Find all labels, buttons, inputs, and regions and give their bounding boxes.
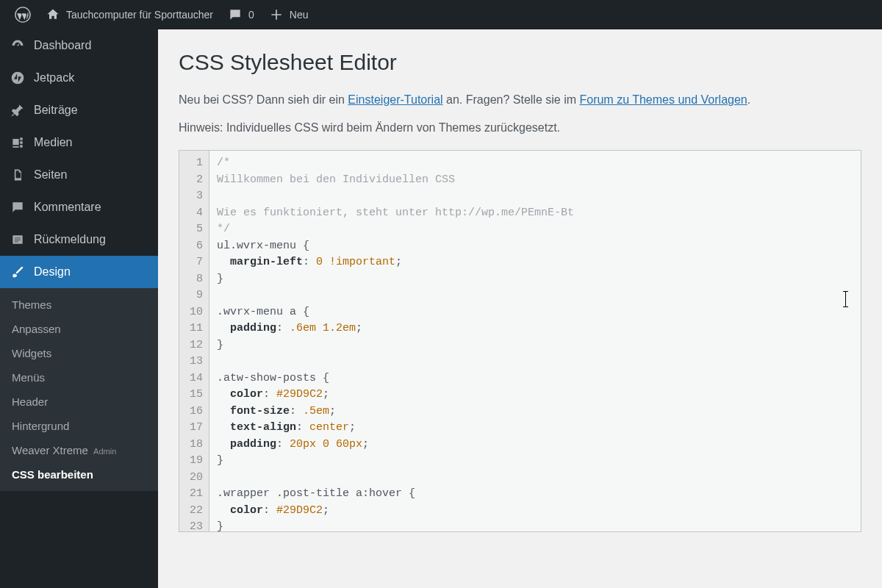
dashboard-icon xyxy=(10,38,25,53)
admin-topbar: Tauchcomputer für Sporttaucher 0 Neu xyxy=(0,0,882,29)
comment-icon xyxy=(228,7,243,22)
media-icon xyxy=(10,135,25,150)
site-title: Tauchcomputer für Sporttaucher xyxy=(66,9,213,21)
intro-paragraph: Neu bei CSS? Dann sieh dir ein Einsteige… xyxy=(179,91,861,109)
hint-paragraph: Hinweis: Individuelles CSS wird beim Änd… xyxy=(179,119,861,137)
submenu-item-themes[interactable]: Themes xyxy=(0,293,158,317)
sidebar-item-label: Dashboard xyxy=(34,39,91,52)
main-content: CSS Stylesheet Editor Neu bei CSS? Dann … xyxy=(158,29,882,588)
design-submenu: Themes Anpassen Widgets Menüs Header Hin… xyxy=(0,288,158,491)
pages-icon xyxy=(10,168,25,182)
sidebar-item-label: Seiten xyxy=(34,168,67,182)
plus-icon xyxy=(269,7,284,22)
submenu-item-menus[interactable]: Menüs xyxy=(0,365,158,390)
new-content-link[interactable]: Neu xyxy=(262,0,316,29)
submenu-item-customize[interactable]: Anpassen xyxy=(0,317,158,341)
sidebar-item-design[interactable]: Design xyxy=(0,256,158,288)
css-editor[interactable]: 1234567891011121314151617181920212223 /*… xyxy=(179,150,861,532)
sidebar-item-media[interactable]: Medien xyxy=(0,126,158,159)
sidebar-item-label: Design xyxy=(34,265,71,279)
sidebar-item-label: Jetpack xyxy=(34,71,74,85)
submenu-item-css-edit[interactable]: CSS bearbeiten xyxy=(0,462,158,487)
submenu-item-weaver[interactable]: Weaver Xtreme Admin xyxy=(0,438,158,462)
sidebar-item-label: Rückmeldung xyxy=(34,233,106,246)
line-gutter: 1234567891011121314151617181920212223 xyxy=(179,151,209,531)
wordpress-icon xyxy=(15,7,31,23)
sidebar-item-label: Kommentare xyxy=(34,201,101,214)
pin-icon xyxy=(10,103,25,118)
code-area[interactable]: /*Willkommen bei den Individuellen CSSWi… xyxy=(209,151,861,531)
admin-sidebar: Dashboard Jetpack Beiträge Medien Seiten… xyxy=(0,29,158,588)
sidebar-item-feedback[interactable]: Rückmeldung xyxy=(0,223,158,256)
submenu-item-background[interactable]: Hintergrund xyxy=(0,414,158,438)
forum-link[interactable]: Forum zu Themes und Vorlagen xyxy=(579,93,747,106)
feedback-icon xyxy=(10,232,25,247)
comments-count: 0 xyxy=(248,9,254,21)
home-icon xyxy=(46,7,60,22)
jetpack-icon xyxy=(10,71,25,85)
sidebar-item-label: Beiträge xyxy=(34,104,78,117)
sidebar-item-comments[interactable]: Kommentare xyxy=(0,191,158,223)
submenu-item-widgets[interactable]: Widgets xyxy=(0,341,158,365)
page-title: CSS Stylesheet Editor xyxy=(179,50,861,75)
comments-icon xyxy=(10,200,25,215)
new-label: Neu xyxy=(290,9,309,21)
svg-point-1 xyxy=(12,72,24,85)
sidebar-item-label: Medien xyxy=(34,136,72,149)
sidebar-item-jetpack[interactable]: Jetpack xyxy=(0,62,158,94)
comments-link[interactable]: 0 xyxy=(220,0,262,29)
sidebar-item-dashboard[interactable]: Dashboard xyxy=(0,29,158,62)
sidebar-item-pages[interactable]: Seiten xyxy=(0,159,158,191)
wp-logo-menu[interactable] xyxy=(7,0,38,29)
text-cursor-icon xyxy=(845,291,846,307)
tutorial-link[interactable]: Einsteiger-Tutorial xyxy=(348,93,442,106)
brush-icon xyxy=(10,265,25,279)
site-link[interactable]: Tauchcomputer für Sporttaucher xyxy=(38,0,220,29)
submenu-item-header[interactable]: Header xyxy=(0,390,158,414)
sidebar-item-posts[interactable]: Beiträge xyxy=(0,94,158,126)
